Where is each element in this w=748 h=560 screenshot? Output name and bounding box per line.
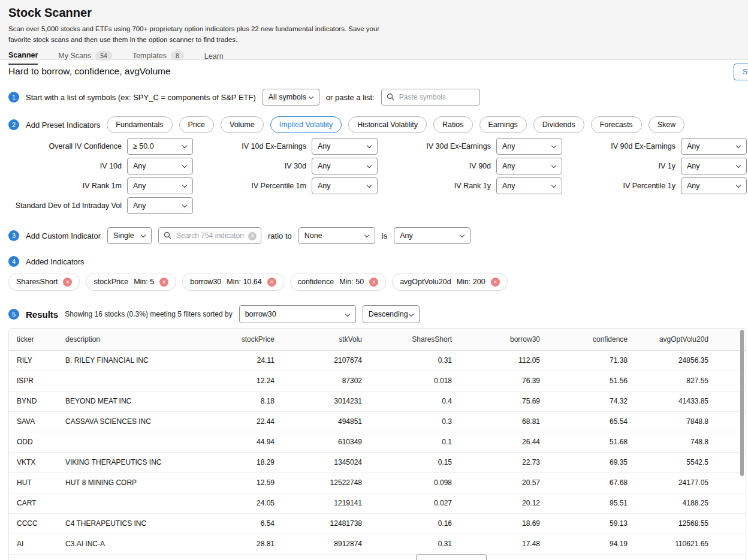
column-header-avgoptvolu20d[interactable]: avgOptVolu20d [635,329,746,351]
symbols-list-select[interactable]: All symbols [263,89,319,106]
table-row[interactable]: SAVA CASSAVA SCIENCES INC 22.44 494851 0… [9,412,746,432]
is-label: is [382,231,387,240]
cell-description [58,371,211,392]
step4-number-badge: 4 [8,256,19,267]
column-header-confidence[interactable]: confidence [547,329,635,351]
table-row[interactable]: ZIM ZIM INTEGRATED SHIPPING SERV 11.2 98… [9,555,746,560]
filter-label: IV 10d Ex-Earnings [242,142,306,150]
table-row[interactable]: VKTX VIKING THERAPEUTICS INC 18.29 13450… [9,453,746,473]
preset-fundamentals[interactable]: Fundamentals [107,116,172,133]
iv-90d-select[interactable]: Any [496,158,562,174]
preset-historical-volatility[interactable]: Historical Volatility [348,116,427,133]
select-value: Any [133,162,146,170]
iv-30d-select[interactable]: Any [312,158,378,174]
chevron-down-icon [364,233,369,237]
cell-description: ZIM INTEGRATED SHIPPING SERV [58,555,211,560]
preset-fundamentals-label: Fundamentals [116,121,163,129]
remove-indicator-icon[interactable]: × [491,278,500,287]
column-header-stockprice[interactable]: stockPrice [211,329,282,351]
chevron-down-icon [141,233,146,237]
overall-iv-confidence-select[interactable]: ≥ 50.0 [127,138,193,155]
table-row[interactable]: ODD 44.94 610349 0.1 26.44 51.68 748.8 [9,432,746,453]
cell-sharesshort: 0.3 [369,412,459,432]
preset-volume[interactable]: Volume [221,116,264,133]
cell-confidence: 65.54 [547,412,635,432]
ratio-to-select[interactable]: None [298,227,375,244]
chevron-down-icon [736,143,741,148]
indicator-search-input[interactable] [175,231,245,240]
remove-indicator-icon[interactable]: × [369,278,378,287]
preset-price[interactable]: Price [179,116,214,133]
chevron-down-icon [182,203,187,207]
table-row[interactable]: HUT HUT 8 MINING CORP 12.59 12522748 0.0… [9,473,746,493]
remove-indicator-icon[interactable]: × [63,278,72,287]
cell-ticker: RILY [9,351,58,371]
column-header-ticker[interactable]: ticker [9,329,58,351]
clear-search-icon[interactable]: × [248,232,257,240]
chevron-down-icon [367,163,372,168]
cell-stkvolu: 2107674 [282,351,369,371]
chevron-down-icon [460,233,465,237]
select-value: Any [687,162,700,170]
table-scrollbar[interactable] [740,330,744,560]
filter-iv-10d: IV 10d Any [8,158,193,174]
iv-rank-1m-select[interactable]: Any [127,177,193,194]
iv-10d-select[interactable]: Any [127,158,193,174]
column-header-sharesshort[interactable]: SharesShort [369,329,459,351]
save-button[interactable]: Save [734,64,748,80]
indicator-name: stockPrice [94,278,128,286]
table-row[interactable]: BYND BEYOND MEAT INC 8.18 3014231 0.4 75… [9,392,746,412]
sort-direction-select[interactable]: Descending [363,305,420,323]
indicator-name: borrow30 [190,278,221,286]
preset-ratios[interactable]: Ratios [433,116,472,133]
scrollbar-thumb[interactable] [740,330,744,476]
remove-indicator-icon[interactable]: × [267,278,276,287]
cell-sharesshort: 0.4 [369,392,459,412]
table-row[interactable]: AI C3.AI INC-A 28.81 8912874 0.31 17.48 … [9,534,746,555]
cell-stkvolu: 12481738 [282,514,369,534]
preset-implied-volatility[interactable]: Implied Volatility [270,116,342,133]
preset-earnings[interactable]: Earnings [479,116,527,133]
cell-borrow30: 76.39 [459,371,547,392]
cell-confidence: 51.68 [547,432,635,453]
cell-confidence: 59.13 [547,514,635,534]
iv-percentile-1m-select[interactable]: Any [312,177,378,194]
preset-forecasts[interactable]: Forecasts [591,116,642,133]
custom-indicator-mode-select[interactable]: Single [107,227,152,244]
iv-rank-1y-select[interactable]: Any [496,177,562,194]
iv-10d-ex-earnings-select[interactable]: Any [312,138,378,155]
column-header-borrow30[interactable]: borrow30 [459,329,547,351]
table-row[interactable]: ISPR 12.24 87302 0.018 76.39 51.56 827.5… [9,371,746,392]
cell-stockprice: 28.81 [211,534,282,555]
select-value: Any [318,142,331,150]
iv-percentile-1y-select[interactable]: Any [681,177,747,194]
table-row[interactable]: RILY B. RILEY FINANCIAL INC 24.11 210767… [9,351,746,371]
cell-avgoptvolu20d: 41433.85 [635,392,746,412]
preset-dividends[interactable]: Dividends [533,116,584,133]
cell-ticker: ODD [9,432,58,453]
filter-label: IV Percentile 1m [251,182,306,190]
table-row[interactable]: CCCC C4 THERAPEUTICS INC 6.54 12481738 0… [9,514,746,534]
column-header-description[interactable]: description [58,329,211,351]
preset-skew[interactable]: Skew [649,116,685,133]
condition-select[interactable]: Any [394,227,470,244]
iv-30d-ex-earnings-select[interactable]: Any [496,138,562,155]
iv-90d-ex-earnings-select[interactable]: Any [681,138,747,155]
chevron-down-icon [736,183,741,188]
std-dev-1d-intraday-vol-select[interactable]: Any [127,197,193,214]
table-row[interactable]: CART 24.05 1219141 0.027 20.12 95.51 418… [9,493,746,514]
sort-by-select[interactable]: borrow30 [239,305,356,323]
cell-stkvolu: 1219141 [282,493,369,514]
cell-stkvolu: 494851 [282,412,369,432]
remove-indicator-icon[interactable]: × [159,278,168,287]
paste-symbols-input[interactable] [398,92,475,102]
indicator-min: Min: 50 [339,278,364,286]
column-header-stkvolu[interactable]: stkVolu [282,329,369,351]
filter-label: IV Rank 1y [454,182,491,190]
preset-dividends-label: Dividends [542,121,575,129]
iv-1y-select[interactable]: Any [681,158,747,174]
cell-stockprice: 12.24 [211,371,282,392]
search-icon [387,93,394,101]
select-value: Single [113,231,134,240]
partial-dropdown[interactable] [416,554,487,560]
